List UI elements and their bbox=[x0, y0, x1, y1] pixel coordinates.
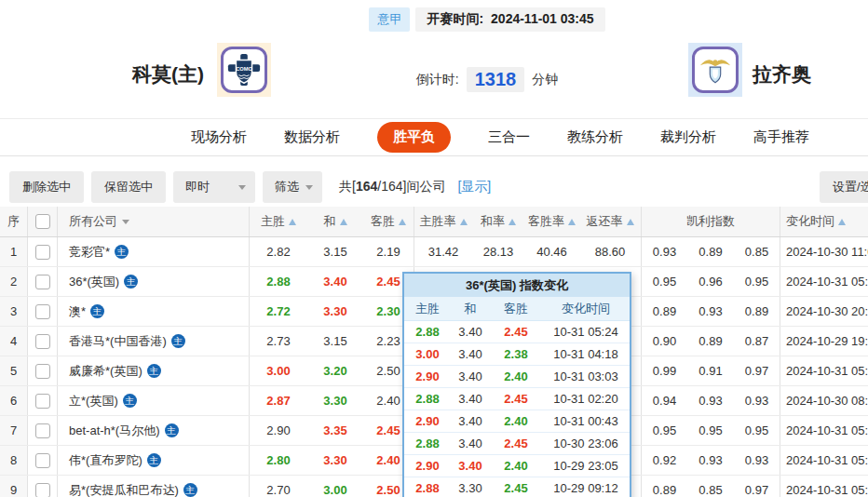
draw-rate: 28.13 bbox=[472, 237, 524, 266]
draw-odds: 3.15 bbox=[307, 327, 363, 356]
kelly-home: 0.94 bbox=[642, 386, 687, 415]
kelly-draw: 0.95 bbox=[687, 416, 734, 445]
row-checkbox-cell bbox=[28, 416, 58, 445]
main-market-icon[interactable]: 主 bbox=[165, 423, 179, 437]
row-checkbox[interactable] bbox=[35, 453, 50, 468]
main-market-icon[interactable]: 主 bbox=[183, 483, 197, 497]
away-odds: 2.19 bbox=[363, 237, 414, 266]
row-checkbox[interactable] bbox=[35, 394, 50, 409]
company-link[interactable]: 香港马*(中国香港) bbox=[69, 333, 167, 350]
league-badge[interactable]: 意甲 bbox=[369, 7, 410, 32]
company-cell: 竞彩官* 主 bbox=[58, 237, 250, 266]
main-market-icon[interactable]: 主 bbox=[124, 275, 138, 289]
popup-draw-odds: 3.40 bbox=[451, 369, 490, 383]
kelly-home: 0.89 bbox=[642, 476, 687, 497]
main-market-icon[interactable]: 主 bbox=[147, 364, 161, 378]
countdown: 倒计时: 1318 分钟 bbox=[53, 67, 868, 92]
popup-change-time: 10-31 00:43 bbox=[542, 414, 630, 428]
col-away-rate-label: 客胜率 bbox=[528, 213, 564, 230]
sort-up-icon bbox=[838, 219, 846, 225]
draw-odds: 3.35 bbox=[307, 416, 363, 445]
odds-change-popup: 36*(英国) 指数变化 主胜 和 客胜 变化时间 2.88 3.40 2.45… bbox=[402, 272, 631, 497]
company-link[interactable]: 立*(英国) bbox=[69, 393, 118, 410]
kelly-draw: 0.85 bbox=[687, 476, 734, 497]
nav-tab[interactable]: 高手推荐 bbox=[753, 128, 809, 146]
company-link[interactable]: 伟*(直布罗陀) bbox=[69, 452, 142, 469]
popup-home-odds: 2.90 bbox=[404, 414, 451, 428]
nav-tab[interactable]: 三合一 bbox=[488, 128, 530, 146]
row-checkbox[interactable] bbox=[35, 245, 50, 260]
row-checkbox[interactable] bbox=[35, 364, 50, 379]
company-cell: 澳* 主 bbox=[58, 297, 250, 326]
col-draw-rate[interactable]: 和率 bbox=[472, 207, 524, 236]
kelly-draw: 0.89 bbox=[687, 237, 734, 266]
table-toolbar: 删除选中 保留选中 即时 筛选 共[164/164]间公司 [显示] bbox=[9, 171, 491, 203]
nav-tab[interactable]: 数据分析 bbox=[284, 128, 340, 146]
col-home-label: 主胜 bbox=[261, 213, 285, 230]
home-win-rate: 31.42 bbox=[414, 237, 472, 266]
col-home-rate-label: 主胜率 bbox=[420, 213, 456, 230]
main-market-icon[interactable]: 主 bbox=[171, 334, 185, 348]
popup-draw-odds: 3.40 bbox=[451, 392, 490, 406]
col-away-rate[interactable]: 客胜率 bbox=[524, 207, 579, 236]
filter-dropdown[interactable]: 筛选 bbox=[263, 171, 322, 203]
col-home-rate[interactable]: 主胜率 bbox=[414, 207, 472, 236]
time-filter-dropdown[interactable]: 即时 bbox=[173, 171, 255, 203]
delete-selected-button[interactable]: 删除选中 bbox=[9, 171, 84, 203]
nav-tab[interactable]: 胜平负 bbox=[377, 122, 451, 153]
countdown-value: 1318 bbox=[467, 67, 525, 92]
select-all-checkbox[interactable] bbox=[35, 214, 50, 229]
kelly-away: 0.89 bbox=[734, 297, 780, 326]
popup-away-odds: 2.45 bbox=[490, 437, 542, 450]
col-return-rate[interactable]: 返还率 bbox=[579, 207, 642, 236]
kelly-home: 0.95 bbox=[642, 416, 687, 445]
col-change-time[interactable]: 变化时间 bbox=[780, 207, 868, 236]
row-checkbox-cell bbox=[28, 237, 58, 266]
row-number: 2 bbox=[0, 267, 28, 296]
col-draw-odds[interactable]: 和 bbox=[307, 207, 363, 236]
nav-tab[interactable]: 裁判分析 bbox=[660, 128, 716, 146]
row-checkbox[interactable] bbox=[35, 334, 50, 349]
company-cell: 立*(英国) 主 bbox=[58, 386, 250, 415]
row-checkbox-cell bbox=[28, 327, 58, 356]
sort-up-icon bbox=[289, 219, 296, 225]
row-checkbox-cell bbox=[28, 476, 58, 497]
company-link[interactable]: bet-at-h*(马尔他) bbox=[69, 423, 160, 439]
change-time: 2024-10-31 05:25 bbox=[780, 267, 868, 296]
table-row: 1 竞彩官* 主 2.82 3.15 2.19 31.42 28.13 40.4… bbox=[0, 237, 868, 267]
col-away-label: 客胜 bbox=[371, 213, 395, 230]
count-shown: 164 bbox=[356, 179, 377, 194]
draw-odds: 3.00 bbox=[307, 476, 363, 497]
main-market-icon[interactable]: 主 bbox=[115, 245, 129, 259]
settings-button[interactable]: 设置/选择 bbox=[820, 171, 868, 203]
home-odds: 3.00 bbox=[250, 356, 307, 385]
main-market-icon[interactable]: 主 bbox=[123, 394, 137, 408]
nav-tab[interactable]: 现场分析 bbox=[191, 128, 247, 146]
row-checkbox[interactable] bbox=[35, 483, 50, 497]
show-link[interactable]: [显示] bbox=[457, 179, 491, 195]
row-checkbox[interactable] bbox=[35, 423, 50, 438]
col-away-odds[interactable]: 客胜 bbox=[363, 207, 414, 236]
row-number: 5 bbox=[0, 356, 28, 385]
col-index: 序 bbox=[0, 207, 28, 236]
company-link[interactable]: 威廉希*(英国) bbox=[69, 363, 142, 380]
company-link[interactable]: 易*(安提瓜和巴布达) bbox=[69, 482, 179, 497]
col-home-odds[interactable]: 主胜 bbox=[250, 207, 307, 236]
main-market-icon[interactable]: 主 bbox=[90, 304, 104, 318]
filter-label: 筛选 bbox=[275, 179, 299, 195]
row-number: 1 bbox=[0, 237, 28, 266]
company-link[interactable]: 竞彩官* bbox=[69, 244, 110, 261]
draw-odds: 3.15 bbox=[307, 237, 363, 266]
nav-tab[interactable]: 教练分析 bbox=[567, 128, 623, 146]
company-filter-icon bbox=[122, 220, 129, 224]
popup-away-odds: 2.40 bbox=[490, 459, 542, 473]
col-company[interactable]: 所有公司 bbox=[58, 207, 250, 236]
popup-header-row: 主胜 和 客胜 变化时间 bbox=[404, 297, 630, 321]
row-checkbox[interactable] bbox=[35, 304, 50, 319]
popup-title: 36*(英国) 指数变化 bbox=[404, 274, 630, 297]
keep-selected-button[interactable]: 保留选中 bbox=[91, 171, 166, 203]
company-link[interactable]: 36*(英国) bbox=[69, 274, 119, 290]
row-checkbox[interactable] bbox=[35, 275, 50, 289]
main-market-icon[interactable]: 主 bbox=[147, 453, 161, 467]
company-link[interactable]: 澳* bbox=[69, 303, 86, 320]
